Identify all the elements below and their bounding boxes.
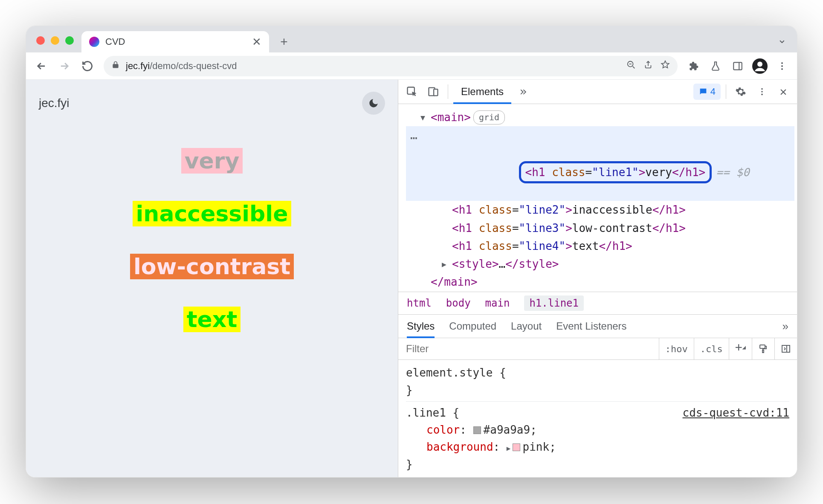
computed-sidebar-toggle[interactable] <box>774 338 797 359</box>
dom-node-h1-line4[interactable]: <h1 class="line4">text</h1> <box>406 237 794 255</box>
inspect-element-button[interactable] <box>403 82 421 101</box>
labs-icon[interactable] <box>707 57 724 75</box>
subtab-styles[interactable]: Styles <box>407 315 435 338</box>
site-name: jec.fyi <box>39 96 70 110</box>
share-icon[interactable] <box>643 60 653 72</box>
rendered-page: jec.fyi very inaccessible low-contrast t… <box>26 80 398 477</box>
address-bar[interactable]: jec.fyi/demo/cds-quest-cvd <box>104 56 678 76</box>
dom-node-h1-line3[interactable]: <h1 class="line3">low-contrast</h1> <box>406 219 794 237</box>
devtools-close-button[interactable]: ✕ <box>774 82 793 101</box>
dom-actions-icon[interactable]: ⋯ <box>410 129 418 147</box>
element-style-rule: element.style { } <box>406 364 789 399</box>
back-button[interactable] <box>32 57 51 75</box>
tab-title: CVD <box>105 36 125 47</box>
page-header: jec.fyi <box>26 80 398 127</box>
dom-breadcrumbs: html body main h1.line1 <box>398 292 797 315</box>
dom-node-h1-line1[interactable]: ⋯ <h1 class="line1">very</h1>== $0 <box>406 126 794 201</box>
svg-point-6 <box>781 68 783 70</box>
svg-rect-14 <box>762 350 764 353</box>
dom-node-main[interactable]: ▼<main>grid <box>406 108 794 126</box>
subtabs-overflow[interactable]: » <box>782 320 788 333</box>
svg-rect-1 <box>733 62 742 70</box>
heading-line2: inaccessible <box>133 201 292 226</box>
expand-shorthand-icon[interactable]: ▶ <box>507 443 511 454</box>
svg-point-3 <box>757 61 762 67</box>
heading-line3: low-contrast <box>130 254 294 279</box>
hov-toggle[interactable]: :hov <box>659 338 694 359</box>
devtools-tab-elements[interactable]: Elements <box>453 80 511 104</box>
crumb-html[interactable]: html <box>407 297 432 309</box>
sidepanel-icon[interactable] <box>729 57 747 75</box>
new-style-rule-button[interactable]: +◢ <box>729 338 752 359</box>
svg-point-12 <box>761 93 763 95</box>
extensions-icon[interactable] <box>684 57 702 75</box>
theme-toggle-button[interactable] <box>362 92 385 115</box>
paint-icon[interactable] <box>752 338 774 359</box>
grid-badge[interactable]: grid <box>473 110 505 125</box>
subtab-event-listeners[interactable]: Event Listeners <box>556 315 626 338</box>
browser-toolbar: jec.fyi/demo/cds-quest-cvd <box>26 52 797 80</box>
selected-ref: == $0 <box>716 166 749 179</box>
svg-point-5 <box>781 65 783 67</box>
profile-avatar[interactable] <box>751 57 769 75</box>
favicon-icon <box>89 37 99 47</box>
devtools-menu-button[interactable] <box>753 82 771 101</box>
styles-filter-input[interactable] <box>398 343 659 355</box>
dom-tree[interactable]: ▼<main>grid ⋯ <h1 class="line1">very</h1… <box>398 104 797 292</box>
styles-filter-bar: :hov .cls +◢ <box>398 338 797 360</box>
bookmark-star-icon[interactable] <box>661 60 670 72</box>
issues-count: 4 <box>710 86 716 97</box>
tabs-overflow-button[interactable]: ⌄ <box>777 33 787 46</box>
dom-node-h1-line2[interactable]: <h1 class="line2">inaccessible</h1> <box>406 201 794 219</box>
svg-rect-13 <box>760 345 765 348</box>
devtools-more-tabs[interactable]: » <box>514 82 533 101</box>
rule-source-link[interactable]: cds-quest-cvd:11 <box>683 404 789 421</box>
dom-node-main-close[interactable]: </main> <box>406 273 794 291</box>
browser-tab[interactable]: CVD ✕ <box>81 31 269 52</box>
new-tab-button[interactable]: + <box>275 33 293 51</box>
subtab-computed[interactable]: Computed <box>449 315 496 338</box>
subtab-layout[interactable]: Layout <box>511 315 542 338</box>
styles-pane[interactable]: element.style { } cds-quest-cvd:11 .line… <box>398 360 797 477</box>
cls-toggle[interactable]: .cls <box>694 338 729 359</box>
issues-button[interactable]: 4 <box>693 84 721 100</box>
window-controls <box>36 36 74 45</box>
heading-line1: very <box>181 148 243 174</box>
dom-node-style[interactable]: ▶<style>…</style> <box>406 255 794 273</box>
crumb-body[interactable]: body <box>446 297 471 309</box>
devtools-tabs: Elements » 4 ✕ <box>398 80 797 104</box>
heading-line4: text <box>183 307 241 332</box>
devtools-settings-button[interactable] <box>731 82 750 101</box>
device-toolbar-button[interactable] <box>424 82 443 101</box>
fullscreen-window-button[interactable] <box>65 36 74 45</box>
bg-swatch[interactable] <box>513 443 520 451</box>
content-area: jec.fyi very inaccessible low-contrast t… <box>26 80 797 477</box>
tab-strip: CVD ✕ + ⌄ <box>26 26 797 52</box>
svg-point-4 <box>781 62 783 64</box>
close-tab-button[interactable]: ✕ <box>252 35 261 49</box>
crumb-main[interactable]: main <box>485 297 510 309</box>
url-text: jec.fyi/demo/cds-quest-cvd <box>126 61 237 72</box>
devtools-panel: Elements » 4 ✕ ▼<main>grid <box>398 80 797 477</box>
color-swatch[interactable] <box>473 426 481 434</box>
close-window-button[interactable] <box>36 36 45 45</box>
svg-rect-15 <box>782 345 790 352</box>
svg-rect-9 <box>434 89 438 96</box>
browser-menu-button[interactable] <box>773 57 791 75</box>
zoom-icon[interactable] <box>626 60 636 72</box>
svg-point-10 <box>761 88 763 90</box>
page-main: very inaccessible low-contrast text <box>26 127 398 477</box>
minimize-window-button[interactable] <box>51 36 59 45</box>
reload-button[interactable] <box>78 57 97 75</box>
svg-point-11 <box>761 91 763 93</box>
lock-icon[interactable] <box>111 61 120 72</box>
styles-subtabs: Styles Computed Layout Event Listeners » <box>398 315 797 338</box>
forward-button[interactable] <box>55 57 74 75</box>
crumb-h1-line1[interactable]: h1.line1 <box>524 295 584 311</box>
css-rule-line1: cds-quest-cvd:11 .line1 { color: #a9a9a9… <box>406 401 789 473</box>
browser-window: CVD ✕ + ⌄ jec.fyi/demo/cds-quest-cvd <box>26 26 797 478</box>
